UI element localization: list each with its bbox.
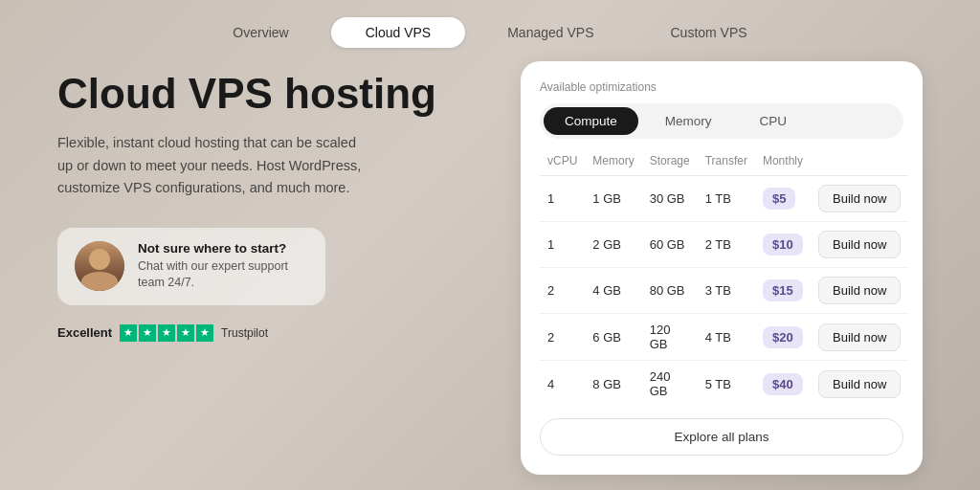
cell-storage: 60 GB [642, 222, 698, 268]
trustpilot-stars: ★ ★ ★ ★ ★ [120, 324, 213, 342]
tab-memory[interactable]: Memory [644, 107, 733, 135]
page-title: Cloud VPS hosting [57, 71, 482, 117]
trustpilot-section: Excellent ★ ★ ★ ★ ★ Trustpilot [57, 324, 482, 342]
cell-transfer: 1 TB [698, 176, 755, 222]
cell-transfer: 2 TB [698, 222, 755, 268]
nav-cloud-vps[interactable]: Cloud VPS [331, 17, 465, 48]
avatar [75, 241, 124, 291]
trustpilot-logo: Trustpilot [221, 326, 268, 340]
cell-storage: 80 GB [642, 268, 698, 314]
cell-price: $10 [755, 222, 811, 268]
cell-action: Build now [811, 361, 908, 408]
table-row: 2 4 GB 80 GB 3 TB $15 Build now [540, 268, 908, 314]
star-5: ★ [196, 324, 213, 342]
cell-action: Build now [811, 176, 908, 222]
cell-price: $40 [755, 361, 811, 408]
cell-memory: 1 GB [585, 176, 641, 222]
optimization-tabs: Compute Memory CPU [540, 103, 903, 139]
nav-overview[interactable]: Overview [198, 17, 323, 48]
col-transfer: Transfer [698, 154, 755, 176]
cell-memory: 2 GB [585, 222, 641, 268]
table-row: 1 2 GB 60 GB 2 TB $10 Build now [540, 222, 908, 268]
cell-price: $15 [755, 268, 811, 314]
cell-vcpu: 1 [540, 176, 585, 222]
support-heading: Not sure where to start? [138, 241, 308, 256]
cell-transfer: 5 TB [698, 361, 755, 408]
nav-bar: Overview Cloud VPS Managed VPS Custom VP… [0, 0, 980, 61]
support-subtext: Chat with our expert support team 24/7. [138, 258, 308, 292]
col-vcpu: vCPU [540, 154, 585, 176]
cell-action: Build now [811, 314, 908, 361]
nav-managed-vps[interactable]: Managed VPS [473, 17, 628, 48]
build-now-button[interactable]: Build now [818, 323, 901, 351]
left-section: Cloud VPS hosting Flexible, instant clou… [57, 61, 482, 342]
cell-vcpu: 2 [540, 268, 585, 314]
build-now-button[interactable]: Build now [818, 185, 901, 212]
star-3: ★ [158, 324, 175, 342]
cell-price: $20 [755, 314, 811, 361]
cell-storage: 240 GB [642, 361, 698, 408]
build-now-button[interactable]: Build now [818, 277, 901, 304]
col-action [811, 154, 908, 176]
support-card[interactable]: Not sure where to start? Chat with our e… [57, 228, 325, 305]
cell-vcpu: 4 [540, 361, 585, 408]
cell-memory: 8 GB [585, 361, 641, 408]
pricing-card: Available optimizations Compute Memory C… [521, 61, 923, 475]
star-1: ★ [120, 324, 137, 342]
explore-all-plans-button[interactable]: Explore all plans [540, 418, 903, 456]
table-row: 1 1 GB 30 GB 1 TB $5 Build now [540, 176, 908, 222]
col-memory: Memory [585, 154, 641, 176]
cell-vcpu: 1 [540, 222, 585, 268]
col-storage: Storage [642, 154, 698, 176]
nav-custom-vps[interactable]: Custom VPS [636, 17, 782, 48]
cell-vcpu: 2 [540, 314, 585, 361]
cell-memory: 4 GB [585, 268, 641, 314]
cell-action: Build now [811, 222, 908, 268]
cell-action: Build now [811, 268, 908, 314]
main-content: Cloud VPS hosting Flexible, instant clou… [0, 61, 980, 490]
col-monthly: Monthly [755, 154, 811, 176]
hero-description: Flexible, instant cloud hosting that can… [57, 132, 364, 199]
pricing-table: vCPU Memory Storage Transfer Monthly 1 1… [540, 154, 908, 407]
build-now-button[interactable]: Build now [818, 370, 901, 398]
cell-storage: 30 GB [642, 176, 698, 222]
cell-price: $5 [755, 176, 811, 222]
cell-transfer: 3 TB [698, 268, 755, 314]
trustpilot-label: Excellent [57, 325, 112, 340]
star-2: ★ [139, 324, 156, 342]
support-text: Not sure where to start? Chat with our e… [138, 241, 308, 292]
tab-compute[interactable]: Compute [544, 107, 638, 135]
table-row: 4 8 GB 240 GB 5 TB $40 Build now [540, 361, 908, 408]
build-now-button[interactable]: Build now [818, 231, 901, 258]
star-4: ★ [177, 324, 194, 342]
cell-storage: 120 GB [642, 314, 698, 361]
tab-cpu[interactable]: CPU [739, 107, 809, 135]
optimizations-label: Available optimizations [540, 80, 903, 94]
table-row: 2 6 GB 120 GB 4 TB $20 Build now [540, 314, 908, 361]
cell-transfer: 4 TB [698, 314, 755, 361]
cell-memory: 6 GB [585, 314, 641, 361]
